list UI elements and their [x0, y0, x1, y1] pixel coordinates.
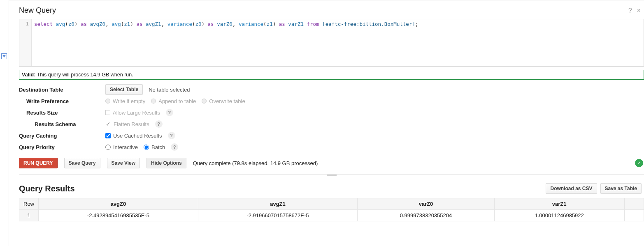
write-if-empty-radio	[105, 99, 110, 103]
code-token: [eaftc-free:billion.BoxMuller]	[322, 21, 415, 27]
column-header-empty	[624, 198, 644, 210]
flatten-results-checkbox: ✓	[105, 121, 111, 127]
write-preference-label: Write Preference	[19, 98, 105, 104]
column-header: varZ1	[494, 198, 624, 210]
code-token: avg	[56, 21, 65, 27]
results-title: Query Results	[19, 184, 546, 193]
flatten-results-option: Flatten Results	[114, 121, 149, 127]
allow-large-results-option: Allow Large Results	[113, 110, 160, 116]
use-cached-results-option: Use Cached Results	[113, 133, 162, 139]
cell: -2.9196607015758672E-5	[198, 210, 358, 221]
save-as-table-button[interactable]: Save as Table	[600, 183, 642, 194]
code-token: varZ0	[217, 21, 232, 27]
code-token: as	[136, 21, 146, 27]
code-token: variance	[167, 21, 192, 27]
code-token: as	[81, 21, 90, 27]
page-title: New Query	[19, 6, 628, 15]
use-cached-results-checkbox[interactable]	[105, 133, 111, 138]
code-token: select	[34, 21, 56, 27]
code-token: varZ1	[288, 21, 304, 27]
column-header: avgZ1	[198, 198, 358, 210]
help-icon[interactable]: ?	[171, 143, 178, 151]
validation-message: This query will process 14.9 GB when run…	[37, 72, 133, 78]
help-icon[interactable]: ?	[166, 109, 173, 116]
write-if-empty-option: Write if empty	[113, 98, 145, 104]
close-icon[interactable]: ×	[637, 7, 641, 14]
append-option: Append to table	[158, 98, 196, 104]
code-token: ,	[161, 21, 167, 27]
column-header: varZ0	[358, 198, 494, 210]
cell: 0.9999738320355204	[358, 210, 494, 221]
code-token: z0	[195, 21, 201, 27]
status-success-icon: ✓	[635, 159, 643, 167]
destination-table-label: Destination Table	[19, 87, 105, 93]
help-icon[interactable]: ?	[168, 132, 175, 139]
code-token	[304, 21, 307, 27]
column-header: avgZ0	[39, 198, 198, 210]
interactive-radio[interactable]	[105, 145, 111, 150]
code-token: variance	[239, 21, 263, 27]
code-token: ;	[415, 21, 418, 27]
code-token: avg	[112, 21, 121, 27]
nav-collapse-toggle[interactable]	[1, 53, 7, 59]
query-priority-label: Query Priority	[19, 144, 105, 150]
help-icon[interactable]: ?	[628, 7, 632, 14]
table-row: 1-2.4928945416985535E-5-2.91966070157586…	[19, 210, 644, 221]
allow-large-results-checkbox	[105, 110, 110, 115]
results-size-label: Results Size	[19, 110, 105, 116]
query-status: Query complete (79.8s elapsed, 14.9 GB p…	[193, 160, 318, 166]
column-header: Row	[19, 198, 39, 210]
code-token: avgZ0	[90, 21, 106, 27]
select-table-button[interactable]: Select Table	[105, 84, 143, 95]
interactive-option: Interactive	[113, 144, 138, 150]
validation-label: Valid:	[22, 72, 35, 78]
code-token: z1	[124, 21, 130, 27]
cell-empty	[624, 210, 644, 221]
code-token: )	[273, 21, 279, 27]
append-radio	[151, 99, 156, 103]
resize-handle[interactable]	[327, 174, 337, 176]
download-csv-button[interactable]: Download as CSV	[546, 183, 597, 194]
run-query-button[interactable]: RUN QUERY	[19, 158, 58, 168]
code-token: as	[279, 21, 288, 27]
batch-radio[interactable]	[144, 145, 149, 150]
destination-table-status: No table selected	[149, 87, 190, 93]
sql-editor[interactable]: 1 select avg(z0) as avgZ0, avg(z1) as av…	[19, 19, 644, 67]
code-token: )	[202, 21, 208, 27]
code-token: (	[65, 21, 68, 27]
hide-options-button[interactable]: Hide Options	[146, 158, 186, 168]
validation-bar: Valid: This query will process 14.9 GB w…	[19, 70, 644, 80]
code-token: ,	[232, 21, 239, 27]
row-number: 1	[19, 210, 39, 221]
code-token: (	[263, 21, 267, 27]
results-table: RowavgZ0avgZ1varZ0varZ1 1-2.492894541698…	[19, 198, 644, 221]
code-token: ,	[105, 21, 112, 27]
overwrite-radio	[202, 99, 207, 103]
cell: 1.000011246985922	[494, 210, 624, 221]
save-view-button[interactable]: Save View	[107, 158, 140, 168]
code-token: from	[307, 21, 323, 27]
code-token: z1	[267, 21, 273, 27]
results-schema-label: Results Schema	[19, 121, 105, 127]
code-token: )	[130, 21, 136, 27]
code-token: avgZ1	[146, 21, 161, 27]
cell: -2.4928945416985535E-5	[39, 210, 198, 221]
overwrite-option: Overwrite table	[209, 98, 245, 104]
save-query-button[interactable]: Save Query	[64, 158, 100, 168]
code-token: as	[208, 21, 217, 27]
code-token: z0	[68, 21, 74, 27]
editor-gutter: 1	[19, 19, 32, 66]
batch-option: Batch	[151, 144, 165, 150]
code-token: )	[74, 21, 81, 27]
query-caching-label: Query Caching	[19, 133, 105, 139]
editor-content[interactable]: select avg(z0) as avgZ0, avg(z1) as avgZ…	[32, 19, 644, 66]
help-icon[interactable]: ?	[155, 120, 163, 128]
